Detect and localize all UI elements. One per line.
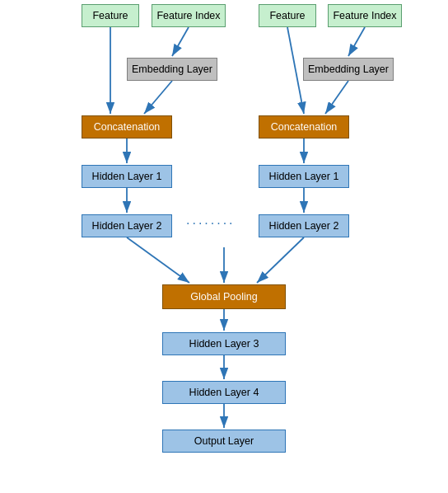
right-feature-index-node: Feature Index <box>328 4 402 27</box>
hidden-layer3-node: Hidden Layer 3 <box>162 332 286 355</box>
left-feature-node: Feature <box>82 4 139 27</box>
right-embedding-layer-node: Embedding Layer <box>303 58 394 81</box>
hidden-layer4-node: Hidden Layer 4 <box>162 381 286 404</box>
right-feature-node: Feature <box>259 4 316 27</box>
neural-network-diagram: Feature Feature Index Embedding Layer Co… <box>0 0 448 493</box>
global-pooling-node: Global Pooling <box>162 284 286 309</box>
left-hidden-layer2-node: Hidden Layer 2 <box>82 214 172 237</box>
svg-line-2 <box>172 27 189 56</box>
svg-line-6 <box>127 237 189 283</box>
svg-line-7 <box>287 27 304 114</box>
right-hidden-layer2-node: Hidden Layer 2 <box>259 214 349 237</box>
svg-line-3 <box>144 81 172 114</box>
right-hidden-layer1-node: Hidden Layer 1 <box>259 165 349 188</box>
output-layer-node: Output Layer <box>162 430 286 453</box>
ellipsis-dots: ........ <box>186 213 236 228</box>
left-embedding-layer-node: Embedding Layer <box>127 58 217 81</box>
left-concatenation-node: Concatenation <box>82 115 172 139</box>
left-feature-index-node: Feature Index <box>152 4 226 27</box>
left-hidden-layer1-node: Hidden Layer 1 <box>82 165 172 188</box>
right-concatenation-node: Concatenation <box>259 115 349 139</box>
svg-line-12 <box>257 237 304 283</box>
svg-line-8 <box>348 27 365 56</box>
svg-line-9 <box>325 81 348 114</box>
